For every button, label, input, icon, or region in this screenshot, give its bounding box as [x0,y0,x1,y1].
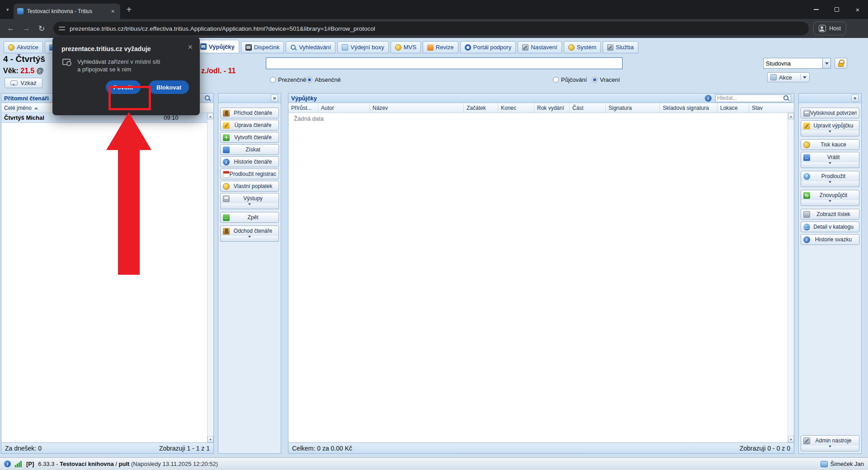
detail-v-katalogu-button[interactable]: Detail v katalogu [801,221,859,232]
expand-panel-button[interactable]: » [851,94,859,102]
new-tab-button[interactable]: + [127,5,132,15]
select-arrow-button[interactable] [822,58,830,68]
tab-portal-podpory[interactable]: Portál podpory [460,41,516,53]
radio-pujcovani[interactable]: Půjčování [553,76,587,83]
prichod-ctenare-button[interactable]: Příchod čtenáře [220,108,279,118]
scroll-down-icon[interactable]: ▼ [788,436,794,442]
button-label: Prodloužit registraci [230,171,276,177]
vratit-button[interactable]: Vrátit [801,152,859,163]
column-header[interactable]: Skladová signatura [660,103,717,113]
button-label: Zobrazit lístek [810,211,857,217]
ziskat-button[interactable]: Získat [220,144,279,155]
popup-message-line1: Vyhledávat zařízení v místní síti [77,58,160,66]
radio-prezencne[interactable]: Prezenčně [270,76,306,83]
odchod-ctenare-button[interactable]: Odchod čtenáře [220,226,279,236]
vratit-dropdown[interactable] [801,162,859,168]
profile-button[interactable]: Host [813,22,846,35]
zpet-button[interactable]: Zpět [220,212,279,223]
tab-mvs[interactable]: MVS [391,41,421,53]
znovupujcit-dropdown[interactable] [801,200,859,206]
column-header[interactable]: Začátek [464,103,498,113]
tab-akvizice[interactable]: Akvizice [4,41,43,53]
akce-button[interactable]: Akce [767,72,810,82]
tab-label: Výdejní boxy [350,44,384,51]
barcode-input[interactable] [266,57,623,69]
upravit-vypujcku-button[interactable]: Upravit výpůjčku [801,120,859,131]
vystupy-button[interactable]: Výstupy [220,193,279,204]
column-header[interactable]: Stav [749,103,794,113]
info-icon[interactable] [705,95,712,102]
odchod-dropdown[interactable] [220,236,279,242]
popup-close-icon[interactable]: × [188,44,193,50]
prodlouzit-dropdown[interactable] [801,181,859,187]
window-close-button[interactable]: × [847,0,868,19]
column-header[interactable]: Signatura [606,103,660,113]
tisk-kauce-button[interactable]: Tisk kauce [801,139,859,150]
scroll-up-icon[interactable]: ▲ [208,113,213,119]
loans-scrollbar[interactable]: ▲ ▼ [788,113,794,442]
tab-vypujcky[interactable]: Výpůjčky [196,40,239,53]
info-icon [803,236,810,243]
scroll-up-icon[interactable]: ▲ [788,113,794,119]
upravit-vypujcku-dropdown[interactable] [801,131,859,136]
vytvorit-ctenare-button[interactable]: Vytvořit čtenáře [220,132,279,143]
loans-search-input[interactable] [717,95,783,101]
reader-title: 4 - Čtvrtýš [3,54,45,64]
site-settings-icon[interactable] [59,25,65,32]
radio-absencne[interactable]: Absenčně [307,76,341,83]
lock-button[interactable] [835,58,847,69]
block-button[interactable]: Blokovat [149,80,189,94]
tab-close-icon[interactable]: × [109,8,117,15]
historie-ctenare-button[interactable]: Historie čtenáře [220,156,279,167]
chevron-down-icon [829,181,831,185]
scroll-down-icon[interactable]: ▼ [208,436,213,442]
tab-revize[interactable]: Revize [423,41,458,53]
tab-sluzba[interactable]: Služba [603,41,638,53]
column-header[interactable]: Konec [498,103,534,113]
tab-search-chevron-icon[interactable]: ▾ [6,7,9,13]
admin-nastroje-button[interactable]: Admin nástroje [801,435,859,446]
maximize-button[interactable] [826,0,847,19]
prodlouzit-registraci-button[interactable]: Prodloužit registraci [220,169,279,179]
location-select[interactable]: Studovna [763,58,831,69]
column-header[interactable]: Název [370,103,464,113]
reload-button[interactable]: ↻ [34,21,49,36]
prodlouzit-button[interactable]: Prodloužit [801,171,859,182]
uprava-ctenare-button[interactable]: Úprava čtenáře [220,120,279,131]
vystupy-dropdown[interactable] [220,203,279,209]
address-bar[interactable]: prezentace.tritius.cz/tritius/cz.effecti… [53,22,809,35]
radio-vraceni[interactable]: Vracení [592,76,620,83]
vlastni-poplatek-button[interactable]: Vlastní poplatek [220,181,279,192]
browser-tab[interactable]: Testovací knihovna - Tritius × [14,4,120,19]
tab-vyhledavani[interactable]: Vyhledávání [286,41,335,53]
column-header[interactable]: Autor [318,103,370,113]
search-icon[interactable] [783,95,789,101]
tab-label: Akvizice [17,44,38,51]
readers-scrollbar[interactable]: ▲ ▼ [207,113,213,442]
column-header[interactable]: Přírůst... [288,103,318,113]
current-user-area[interactable]: Šimeček Jan [821,461,864,467]
tab-nastaveni[interactable]: Nastavení [518,41,562,53]
revision-icon [427,44,434,51]
tab-system[interactable]: Systém [564,41,601,53]
button-label: Výstupy [230,195,276,202]
tab-vydejni-boxy[interactable]: Výdejní boxy [337,41,388,53]
zobrazit-listek-button[interactable]: Zobrazit lístek [801,209,859,220]
vzkaz-button[interactable]: Vzkaz [5,78,42,88]
vytisknout-potvrzeni-button[interactable]: Vytisknout potvrzení [801,108,859,118]
column-header[interactable]: Lokace [717,103,749,113]
expand-panel-button[interactable]: » [271,94,278,102]
forward-button[interactable]: → [19,21,33,36]
column-header[interactable]: Rok vydání [534,103,570,113]
column-label: Stav [752,105,763,111]
minimize-button[interactable] [806,0,826,19]
admin-nastroje-dropdown[interactable] [801,446,859,451]
column-header[interactable]: Část [570,103,606,113]
back-button[interactable]: ← [4,21,18,36]
znovupujcit-button[interactable]: Znovupůjčit [801,190,859,201]
chevron-down-icon [803,76,807,80]
search-icon[interactable] [204,95,211,101]
historie-svazku-button[interactable]: Historie svazku [801,234,859,245]
tab-dispecink[interactable]: Dispečink [241,41,284,53]
status-info-icon[interactable] [4,461,11,467]
